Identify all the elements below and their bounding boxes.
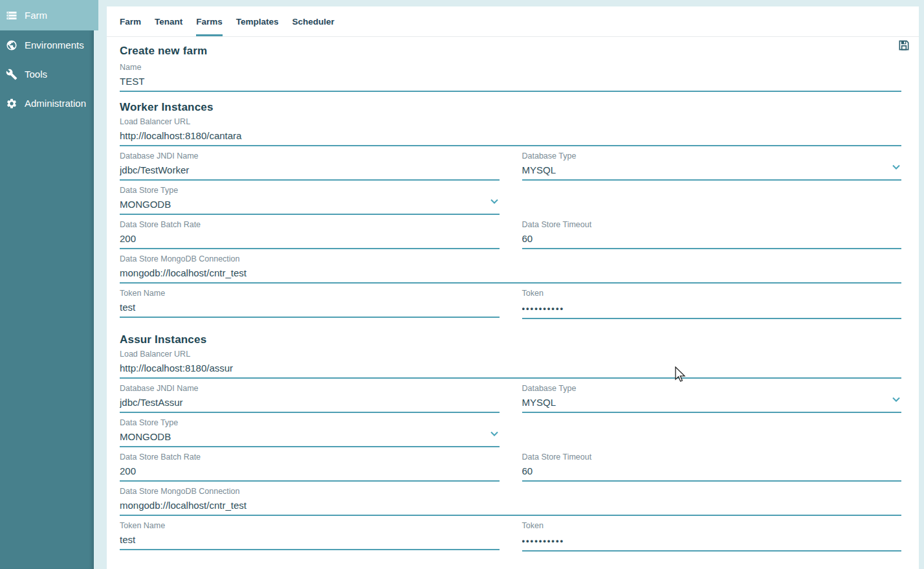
field-label: Data Store Type (120, 418, 500, 429)
token-input[interactable] (522, 300, 902, 319)
field-label: Data Store Batch Rate (120, 452, 500, 463)
field-data-store-type: Data Store Type (120, 418, 500, 447)
spacer (522, 418, 902, 452)
field-label: Data Store MongoDB Connection (120, 254, 901, 265)
field-label: Database JNDI Name (120, 384, 500, 395)
load-balancer-url-input[interactable] (120, 361, 901, 379)
field-label: Token Name (120, 521, 500, 532)
database-jndi-name-input[interactable] (120, 395, 500, 413)
load-balancer-url-input[interactable] (120, 128, 901, 146)
field-label: Token Name (120, 289, 500, 300)
field-data-store-timeout: Data Store Timeout (522, 220, 902, 249)
field-label: Data Store Timeout (522, 452, 902, 463)
sidebar: Farm Environments Tools Administration (0, 0, 94, 569)
field-label: Database Type (522, 151, 902, 162)
sidebar-item-farm[interactable]: Farm (0, 0, 98, 30)
field-token-name: Token Name (120, 289, 500, 319)
data-store-mongodb-connection-input[interactable] (120, 265, 901, 284)
main-content-card: Farm Tenant Farms Templates Scheduler Cr… (107, 6, 919, 569)
tab-farms[interactable]: Farms (196, 6, 223, 36)
token-name-input[interactable] (120, 300, 500, 318)
field-label: Database Type (522, 384, 902, 395)
form-content: Create new farm Name Worker Instances Lo… (107, 37, 919, 557)
field-token: Token (522, 289, 902, 319)
field-data-store-batch-rate: Data Store Batch Rate (120, 220, 500, 249)
field-label: Name (120, 63, 901, 74)
token-input[interactable] (522, 532, 902, 552)
tab-tenant[interactable]: Tenant (155, 6, 182, 36)
field-label: Data Store Batch Rate (120, 220, 500, 231)
database-type-select[interactable] (522, 162, 902, 181)
sidebar-item-label: Farm (25, 10, 47, 21)
field-label: Data Store MongoDB Connection (120, 487, 901, 498)
spacer (522, 186, 902, 220)
database-jndi-name-input[interactable] (120, 162, 500, 181)
data-store-timeout-input[interactable] (522, 463, 902, 482)
field-load-balancer-url: Load Balancer URL (120, 350, 901, 379)
tab-bar: Farm Tenant Farms Templates Scheduler (107, 6, 919, 37)
wrench-icon (6, 69, 17, 80)
field-data-store-mongodb-connection: Data Store MongoDB Connection (120, 254, 901, 284)
field-data-store-timeout: Data Store Timeout (522, 452, 902, 482)
field-label: Data Store Timeout (522, 220, 902, 231)
tab-scheduler[interactable]: Scheduler (292, 6, 335, 36)
field-label: Load Balancer URL (120, 117, 901, 128)
globe-icon (6, 39, 17, 51)
sidebar-item-label: Administration (25, 98, 86, 109)
storage-icon (6, 10, 17, 21)
sidebar-item-label: Tools (25, 69, 47, 80)
assur-section-grid: Load Balancer URL Database JNDI Name Dat… (120, 350, 901, 557)
database-type-select[interactable] (522, 395, 902, 413)
sidebar-item-administration[interactable]: Administration (0, 89, 94, 118)
data-store-batch-rate-input[interactable] (120, 231, 500, 249)
field-data-store-mongodb-connection: Data Store MongoDB Connection (120, 487, 901, 516)
field-data-store-type: Data Store Type (120, 186, 500, 215)
data-store-batch-rate-input[interactable] (120, 463, 500, 482)
field-label: Database JNDI Name (120, 151, 500, 162)
field-database-type: Database Type (522, 384, 902, 413)
data-store-timeout-input[interactable] (522, 231, 902, 249)
sidebar-item-label: Environments (25, 39, 84, 50)
tab-farm[interactable]: Farm (120, 6, 141, 36)
field-label: Token (522, 289, 902, 300)
field-token: Token (522, 521, 902, 552)
page-title: Create new farm (120, 45, 207, 58)
section-title-assur: Assur Instances (120, 333, 901, 346)
field-label: Load Balancer URL (120, 350, 901, 361)
worker-section-grid: Load Balancer URL Database JNDI Name Dat… (120, 117, 901, 324)
field-data-store-batch-rate: Data Store Batch Rate (120, 452, 500, 482)
token-name-input[interactable] (120, 532, 500, 550)
field-database-jndi-name: Database JNDI Name (120, 384, 500, 413)
section-title-worker: Worker Instances (120, 101, 901, 114)
field-name: Name (120, 63, 901, 92)
data-store-type-select[interactable] (120, 429, 500, 447)
name-input[interactable] (120, 74, 901, 92)
field-token-name: Token Name (120, 521, 500, 552)
save-icon (897, 39, 910, 52)
sidebar-item-tools[interactable]: Tools (0, 60, 94, 89)
field-label: Data Store Type (120, 186, 500, 197)
gear-icon (6, 98, 17, 109)
save-button[interactable] (897, 38, 911, 52)
data-store-mongodb-connection-input[interactable] (120, 498, 901, 516)
field-database-jndi-name: Database JNDI Name (120, 151, 500, 181)
field-label: Token (522, 521, 902, 532)
field-database-type: Database Type (522, 151, 902, 181)
tab-templates[interactable]: Templates (236, 6, 279, 36)
data-store-type-select[interactable] (120, 197, 500, 215)
field-load-balancer-url: Load Balancer URL (120, 117, 901, 146)
sidebar-item-environments[interactable]: Environments (0, 30, 94, 60)
